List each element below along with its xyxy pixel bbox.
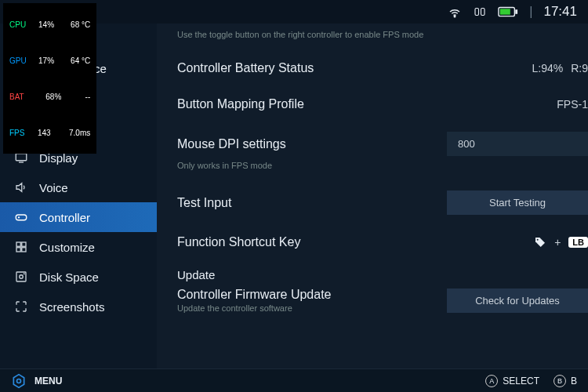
- mapping-label: Button Mapping Profile: [177, 97, 304, 111]
- b-button-hint: BB: [554, 375, 577, 387]
- menu-button[interactable]: MENU: [11, 373, 62, 389]
- svg-point-0: [455, 16, 456, 17]
- status-bar: | 17:41: [437, 0, 588, 24]
- bottom-bar: MENU ASELECT BB: [0, 368, 588, 392]
- sidebar-item-customize[interactable]: Customize: [0, 232, 157, 262]
- svg-point-18: [537, 239, 539, 241]
- svg-point-19: [17, 379, 21, 383]
- sidebar-item-controller[interactable]: Controller: [0, 202, 157, 232]
- svg-rect-13: [16, 248, 20, 252]
- fw-label: Controller Firmware Update: [177, 288, 332, 302]
- row-firmware-update: Controller Firmware Update Update the co…: [177, 285, 588, 322]
- shortcut-plus: +: [554, 236, 561, 249]
- fps-mode-hint: Use the toggle button on the right contr…: [177, 30, 588, 39]
- dpi-label: Mouse DPI settings: [177, 137, 286, 151]
- svg-rect-14: [22, 248, 26, 252]
- performance-overlay: CPU14%68 °C GPU17%64 °C BAT68%-- FPS1437…: [3, 3, 96, 154]
- sidebar-item-diskspace[interactable]: Disk Space: [0, 262, 157, 292]
- mapping-value: FPS-1: [557, 98, 588, 111]
- row-battery-status[interactable]: Controller Battery Status L:94%R:9: [177, 50, 588, 86]
- sidebar-item-voice[interactable]: Voice: [0, 172, 157, 202]
- settings-content: Use the toggle button on the right contr…: [157, 24, 588, 368]
- sidebar-item-label: Customize: [39, 241, 95, 254]
- clock: 17:41: [543, 4, 577, 20]
- sidebar-item-label: Screenshots: [39, 300, 104, 314]
- screenshot-icon: [14, 299, 28, 314]
- svg-rect-1: [475, 9, 479, 16]
- battery-status-label: Controller Battery Status: [177, 61, 314, 75]
- disk-icon: [14, 270, 28, 284]
- dpi-value-box[interactable]: 800: [447, 132, 588, 156]
- svg-rect-5: [516, 9, 518, 14]
- svg-rect-9: [16, 154, 27, 161]
- start-testing-button[interactable]: Start Testing: [447, 191, 588, 215]
- sidebar-item-label: Voice: [39, 181, 68, 194]
- battery-r-value: R:9: [571, 62, 588, 74]
- svg-rect-2: [481, 9, 485, 16]
- row-dpi[interactable]: Mouse DPI settings 800: [177, 122, 588, 165]
- svg-rect-11: [16, 242, 20, 246]
- sidebar-item-label: Disk Space: [39, 270, 99, 284]
- shortcut-label: Function Shortcut Key: [177, 235, 300, 249]
- wifi-icon: [448, 5, 462, 19]
- svg-rect-10: [16, 215, 27, 220]
- fw-sub: Update the controller software: [177, 303, 332, 313]
- controller-status-icon: [473, 5, 487, 19]
- tag-icon: [534, 236, 546, 249]
- sidebar-item-label: Controller: [39, 211, 90, 224]
- check-updates-button[interactable]: Check for Updates: [447, 289, 588, 313]
- svg-point-16: [20, 275, 24, 279]
- test-input-label: Test Input: [177, 196, 231, 210]
- shortcut-key-badge: LB: [568, 237, 588, 248]
- a-button-hint: ASELECT: [485, 375, 539, 387]
- row-test-input: Test Input Start Testing: [177, 181, 588, 224]
- controller-icon: [14, 210, 28, 224]
- battery-l-value: L:94%: [532, 62, 564, 74]
- customize-icon: [14, 240, 28, 254]
- hex-icon: [11, 373, 27, 389]
- update-section-header: Update: [177, 268, 588, 281]
- svg-point-17: [24, 274, 24, 274]
- battery-icon: [498, 5, 518, 19]
- sidebar-item-screenshots[interactable]: Screenshots: [0, 292, 157, 321]
- speaker-icon: [14, 180, 28, 194]
- row-shortcut[interactable]: Function Shortcut Key + LB: [177, 224, 588, 260]
- svg-rect-4: [500, 9, 510, 14]
- svg-rect-12: [22, 242, 26, 246]
- row-button-mapping[interactable]: Button Mapping Profile FPS-1: [177, 86, 588, 122]
- dpi-hint: Only works in FPS mode: [177, 161, 588, 170]
- menu-label: MENU: [34, 376, 62, 387]
